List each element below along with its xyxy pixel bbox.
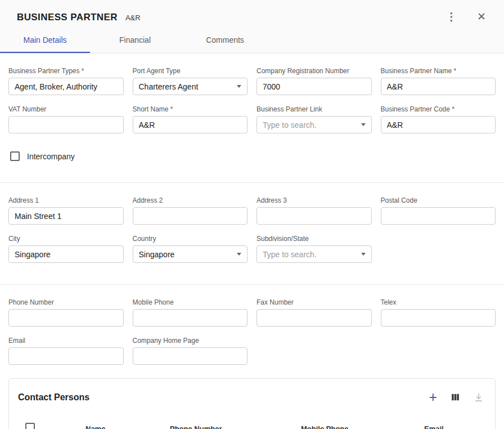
business-partner-link-label: Business Partner Link: [256, 105, 372, 113]
business-partner-code-label: Business Partner Code *: [381, 105, 496, 113]
vat-number-label: VAT Number: [8, 105, 124, 113]
business-partner-name-label: Business Partner Name *: [381, 67, 496, 75]
contact-persons-title: Contact Persons: [18, 392, 89, 403]
address-section: Address 1 Address 2 Address 3 Postal Cod…: [8, 196, 496, 263]
email-field[interactable]: [8, 347, 124, 365]
company-home-page-label: Company Home Page: [133, 337, 248, 345]
country-select[interactable]: Singapore: [133, 245, 248, 263]
field-address2: Address 2: [133, 196, 248, 225]
column-header-name: Name: [86, 424, 170, 429]
field-mobile-phone: Mobile Phone: [133, 298, 248, 327]
business-partner-name-input[interactable]: [381, 78, 496, 95]
contact-persons-card: Contact Persons +: [8, 378, 496, 429]
tab-financial[interactable]: Financial: [90, 29, 180, 53]
company-home-page-input[interactable]: [133, 347, 248, 365]
intercompany-row: Intercompany: [10, 151, 496, 161]
port-agent-type-label: Port Agent Type: [133, 67, 248, 75]
chevron-down-icon: [237, 253, 241, 256]
field-address1: Address 1: [8, 196, 124, 225]
city-label: City: [8, 235, 124, 243]
contact-persons-table-header: Name Phone Number Mobile Phone Email: [9, 412, 495, 429]
short-name-label: Short Name *: [133, 105, 248, 113]
telex-input[interactable]: [381, 309, 496, 327]
select-all-cell: [18, 423, 86, 429]
field-telex: Telex: [381, 298, 496, 327]
address2-label: Address 2: [133, 196, 248, 204]
port-agent-type-value: Charterers Agent: [139, 82, 199, 91]
tab-bar: Main Details Financial Comments: [0, 29, 504, 53]
field-address3: Address 3: [256, 196, 372, 225]
select-all-checkbox[interactable]: [25, 423, 35, 429]
field-business-partner-code: Business Partner Code *: [381, 105, 496, 133]
field-email: Email: [8, 337, 124, 365]
company-registration-number-input[interactable]: [256, 78, 372, 95]
download-icon[interactable]: [474, 392, 484, 403]
page-title: BUSINESS PARTNER: [17, 12, 118, 23]
postal-code-label: Postal Code: [381, 196, 496, 204]
mobile-phone-label: Mobile Phone: [133, 298, 248, 306]
fax-number-label: Fax Number: [256, 298, 372, 306]
subdivision-state-label: Subdivision/State: [256, 235, 372, 243]
chevron-down-icon: [361, 123, 366, 126]
main-details-panel: Business Partner Types * Port Agent Type…: [0, 53, 504, 429]
field-vat-number: VAT Number: [8, 105, 124, 133]
address2-input[interactable]: [133, 207, 248, 225]
subdivision-state-select[interactable]: Type to search.: [256, 245, 372, 263]
section-divider: [0, 284, 504, 285]
field-company-registration-number: Company Registration Number: [256, 67, 372, 95]
field-country: Country Singapore: [133, 235, 248, 263]
postal-code-input[interactable]: [381, 207, 496, 225]
phone-number-input[interactable]: [8, 309, 124, 327]
field-port-agent-type: Port Agent Type Charterers Agent: [133, 67, 248, 95]
tab-main-details[interactable]: Main Details: [0, 29, 90, 53]
subdivision-state-placeholder: Type to search.: [263, 250, 317, 259]
tab-comments[interactable]: Comments: [180, 29, 270, 53]
column-header-email: Email: [424, 424, 486, 429]
contact-persons-header: Contact Persons +: [9, 379, 495, 406]
column-settings-icon[interactable]: [451, 392, 460, 402]
add-contact-person-button[interactable]: +: [429, 390, 437, 404]
address3-label: Address 3: [256, 196, 372, 204]
dialog-header: BUSINESS PARTNER A&R ⋮ ✕ Main Details Fi…: [0, 0, 504, 53]
telex-label: Telex: [381, 298, 496, 306]
phone-number-label: Phone Number: [8, 298, 124, 306]
contact-persons-actions: +: [429, 390, 484, 404]
company-registration-number-label: Company Registration Number: [256, 67, 372, 75]
email-label: Email: [8, 337, 124, 345]
field-city: City: [8, 235, 124, 263]
mobile-phone-input[interactable]: [133, 309, 248, 327]
address1-input[interactable]: [8, 207, 124, 225]
fax-number-input[interactable]: [256, 309, 372, 327]
field-business-partner-name: Business Partner Name *: [381, 67, 496, 95]
field-postal-code: Postal Code: [381, 196, 496, 225]
kebab-menu-icon[interactable]: ⋮: [443, 11, 460, 22]
address1-label: Address 1: [8, 196, 124, 204]
close-icon[interactable]: ✕: [474, 11, 489, 22]
country-value: Singapore: [139, 250, 175, 259]
vat-number-input[interactable]: [8, 116, 124, 133]
business-partner-types-input[interactable]: [8, 78, 124, 95]
short-name-input[interactable]: [133, 116, 248, 133]
field-business-partner-types: Business Partner Types *: [8, 67, 124, 95]
field-phone-number: Phone Number: [8, 298, 124, 327]
city-input[interactable]: [8, 245, 124, 263]
field-short-name: Short Name *: [133, 105, 248, 133]
address3-input[interactable]: [256, 207, 372, 225]
field-business-partner-link: Business Partner Link Type to search.: [256, 105, 372, 133]
chevron-down-icon: [237, 85, 241, 88]
field-fax-number: Fax Number: [256, 298, 372, 327]
column-header-phone-number: Phone Number: [170, 424, 301, 429]
chevron-down-icon: [361, 253, 366, 256]
port-agent-type-select[interactable]: Charterers Agent: [133, 78, 248, 95]
section-divider: [0, 182, 504, 183]
business-partner-code-input[interactable]: [381, 116, 496, 133]
business-partner-link-placeholder: Type to search.: [263, 120, 317, 129]
country-label: Country: [133, 235, 248, 243]
intercompany-checkbox[interactable]: [10, 151, 20, 161]
record-name: A&R: [125, 14, 141, 22]
contact-info-section: Phone Number Mobile Phone Fax Number Tel…: [8, 298, 496, 365]
intercompany-label: Intercompany: [27, 152, 75, 161]
business-partner-link-select[interactable]: Type to search.: [256, 116, 372, 133]
identity-section: Business Partner Types * Port Agent Type…: [8, 67, 496, 133]
column-header-mobile-phone: Mobile Phone: [301, 424, 424, 429]
